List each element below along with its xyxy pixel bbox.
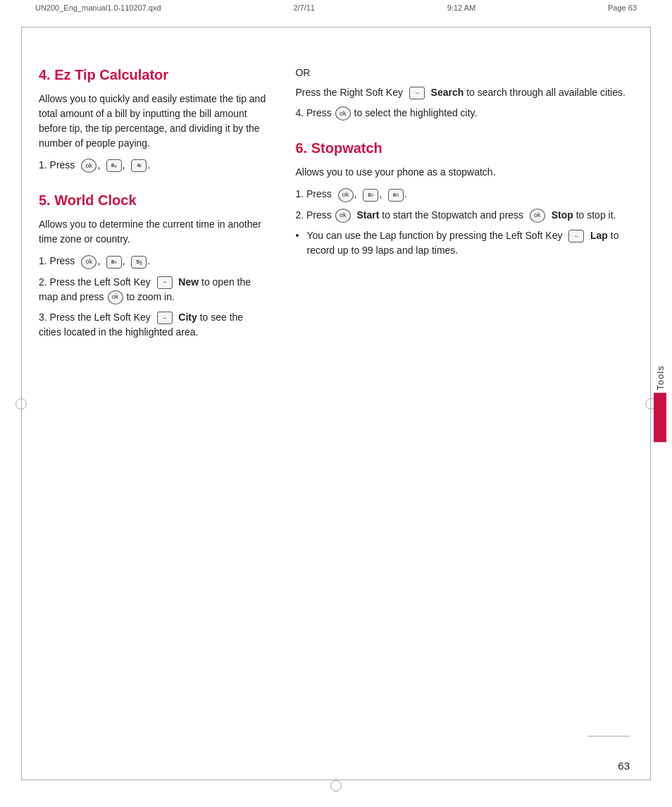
stop-bold: Stop — [552, 209, 573, 221]
main-content: 4. Ez Tip Calculator Allows you to quick… — [39, 39, 633, 765]
right-column: OR Press the Right Soft Key − Search to … — [288, 39, 633, 765]
section5-step3-bold: City — [178, 312, 197, 323]
border-top — [21, 27, 651, 27]
section6-step2: 2. Press ok Start to start the Stopwatch… — [295, 208, 633, 223]
key-ok-s6s2b: ok — [530, 209, 545, 223]
key-ok-s5s1: ok — [81, 255, 97, 269]
section6-bullet: You can use the Lap function by pressing… — [295, 228, 633, 258]
key-ok-s6s2a: ok — [335, 209, 351, 223]
key-5g-s5s1: 5g — [131, 256, 147, 269]
right-step4: 4. Press ok to select the highlighted ci… — [295, 106, 633, 121]
press-right-soft-key: Press the Right Soft Key − Search to sea… — [295, 85, 633, 100]
header-date: 2/7/11 — [293, 4, 315, 12]
section5-step2-bold: New — [178, 276, 199, 288]
section4-step1: 1. Press ok, 8v, 4f. — [39, 158, 267, 173]
section4-description: Allows you to quickly and easily estimat… — [39, 92, 267, 151]
key-8v-s4s1: 8v — [106, 159, 122, 172]
reg-mark-left — [15, 398, 27, 409]
search-bold: Search — [431, 87, 464, 98]
section6-step1: 1. Press ok, 8v, 6h. — [295, 187, 633, 202]
tools-bar-accent — [654, 393, 666, 442]
header-time: 9:12 AM — [447, 4, 475, 12]
key-ok-right-s4: ok — [335, 106, 351, 121]
key-softkey-s6b: − — [568, 230, 584, 242]
key-4f-s4s1: 4f — [131, 159, 147, 172]
key-6h-s6s1: 6h — [388, 189, 404, 202]
left-column: 4. Ez Tip Calculator Allows you to quick… — [39, 39, 288, 765]
section5-title: 5. World Clock — [39, 192, 267, 209]
key-ok-s4s1: ok — [81, 159, 97, 173]
section6-title: 6. Stopwatch — [295, 140, 633, 156]
key-softkey-s5s2: − — [157, 276, 173, 289]
page-header: UN200_Eng_manual1.0-110207.qxd 2/7/11 9:… — [35, 4, 637, 12]
start-bold: Start — [357, 209, 380, 221]
tools-sidebar: Tools — [654, 365, 666, 442]
key-8v-s6s1: 8v — [363, 189, 378, 202]
key-ok-s5s2: ok — [108, 290, 123, 304]
section4-title: 4. Ez Tip Calculator — [39, 67, 267, 83]
lap-bold: Lap — [590, 230, 608, 241]
or-text: OR — [295, 67, 633, 78]
key-ok-s6s1: ok — [338, 188, 354, 202]
key-right-softkey: − — [409, 87, 425, 99]
section5-step1: 1. Press ok, 8v, 5g. — [39, 254, 267, 269]
key-8v-s5s1: 8v — [106, 256, 122, 269]
header-page: Page 63 — [608, 4, 637, 12]
header-filename: UN200_Eng_manual1.0-110207.qxd — [35, 4, 161, 12]
key-softkey-s5s3: − — [157, 312, 173, 324]
tools-label: Tools — [655, 365, 666, 390]
section5-step3: 3. Press the Left Soft Key − City to see… — [39, 310, 267, 340]
section5-description: Allows you to determine the current time… — [39, 217, 267, 247]
section6-description: Allows you to use your phone as a stopwa… — [295, 165, 633, 180]
section5-step2: 2. Press the Left Soft Key − New to open… — [39, 275, 267, 304]
reg-mark-bottom — [330, 780, 342, 791]
